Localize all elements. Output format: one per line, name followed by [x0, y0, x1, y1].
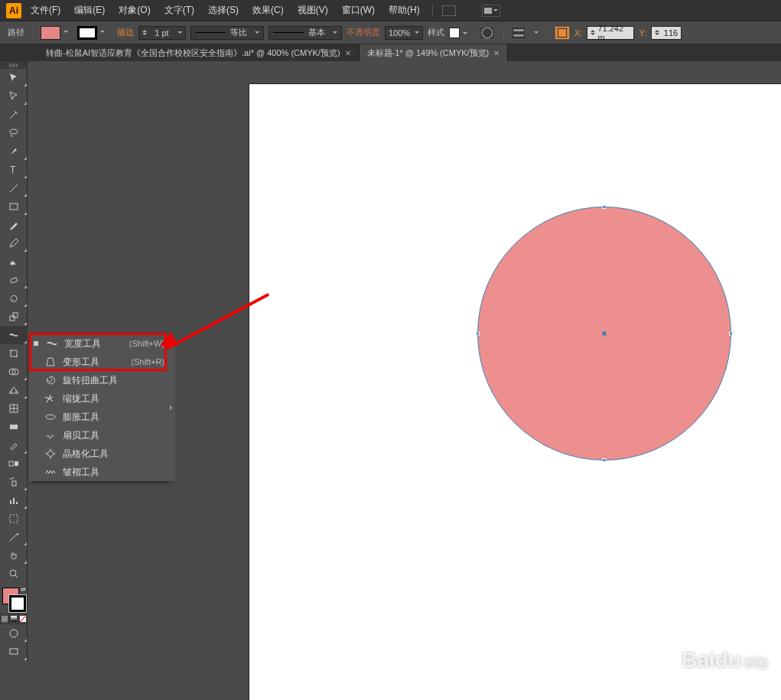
toolbox-grip[interactable] [0, 61, 27, 69]
tool-rotate[interactable] [0, 289, 28, 308]
separator [546, 27, 547, 39]
center-point-icon [603, 332, 607, 336]
svg-rect-32 [10, 649, 18, 654]
menu-edit[interactable]: 编辑(E) [70, 2, 109, 18]
tool-pencil[interactable] [0, 234, 28, 252]
menu-help[interactable]: 帮助(H) [384, 2, 425, 18]
flyout-label: 扇贝工具 [63, 429, 164, 442]
menu-window[interactable]: 窗口(W) [337, 2, 379, 18]
x-label: X: [574, 28, 582, 37]
flyout-item-width[interactable]: 宽度工具 (Shift+W) [29, 334, 169, 353]
stroke-color[interactable] [9, 595, 26, 612]
screen-mode[interactable] [0, 643, 28, 661]
tool-width[interactable] [0, 326, 28, 344]
tool-graph[interactable] [0, 491, 28, 510]
color-mode-solid[interactable] [0, 614, 9, 624]
stroke-label[interactable]: 描边 [117, 27, 134, 38]
doc-layout-icon[interactable] [442, 5, 456, 16]
doc-tab-1[interactable]: 转曲-松鼠AI智适应教育《全国合作校校区安全指南》.ai* @ 400% (CM… [38, 44, 360, 61]
anchor-point[interactable] [603, 205, 607, 209]
close-icon[interactable]: ✕ [493, 49, 500, 57]
stroke-swatch[interactable] [77, 26, 97, 40]
x-input[interactable]: 71.242 m [587, 26, 634, 40]
recolor-button[interactable] [480, 26, 495, 40]
menu-type[interactable]: 文字(T) [160, 2, 199, 18]
tool-shape-builder[interactable] [0, 363, 28, 381]
tool-blob-brush[interactable] [0, 252, 28, 271]
flyout-label: 旋转扭曲工具 [63, 374, 164, 387]
draw-mode[interactable] [0, 624, 28, 643]
svg-rect-27 [16, 502, 18, 504]
tool-artboard[interactable] [0, 510, 28, 528]
flyout-item-scallop[interactable]: 扇贝工具 [29, 426, 169, 444]
tool-blend[interactable] [0, 454, 28, 473]
watermark-baidu: Baidu经验 [678, 648, 769, 672]
tool-selection[interactable] [0, 69, 28, 87]
svg-rect-8 [11, 278, 18, 283]
anchor-point[interactable] [476, 332, 480, 336]
doc-tab-label: 转曲-松鼠AI智适应教育《全国合作校校区安全指南》.ai* @ 400% (CM… [46, 47, 340, 59]
tool-perspective[interactable] [0, 381, 28, 399]
artboard[interactable] [249, 84, 781, 700]
tool-free-transform[interactable] [0, 344, 28, 363]
menu-select[interactable]: 选择(S) [203, 2, 243, 18]
tool-gradient[interactable] [0, 418, 28, 436]
flyout-item-crystallize[interactable]: 晶格化工具 [29, 444, 169, 463]
tool-paintbrush[interactable] [0, 216, 28, 234]
swap-colors-icon[interactable]: ⇄ [21, 586, 26, 593]
tool-type[interactable]: T [0, 161, 28, 179]
selection-type-label: 路径 [8, 27, 24, 38]
align-button[interactable] [511, 26, 526, 40]
y-input[interactable]: 116 [651, 26, 682, 40]
tool-rectangle[interactable] [0, 197, 28, 216]
anchor-point[interactable] [603, 458, 607, 462]
anchor-point[interactable] [729, 332, 733, 336]
tool-mesh[interactable] [0, 399, 28, 418]
tool-line[interactable] [0, 179, 28, 197]
stroke-weight-input[interactable]: 1 pt [138, 26, 186, 40]
close-icon[interactable]: ✕ [345, 49, 351, 57]
doc-tab-2[interactable]: 未标题-1* @ 149% (CMYK/预览) ✕ [360, 44, 509, 61]
flyout-item-warp[interactable]: 变形工具 (Shift+R) [29, 353, 169, 371]
tool-eraser[interactable] [0, 271, 28, 289]
fill-stroke-picker[interactable]: ⇄ [0, 586, 28, 614]
style-label[interactable]: 样式 [428, 27, 444, 38]
svg-point-0 [482, 28, 493, 38]
transform-button[interactable] [555, 26, 570, 40]
crystallize-icon [44, 448, 57, 460]
opacity-input[interactable]: 100% [385, 26, 423, 40]
brush-dropdown[interactable]: 基本 [268, 26, 342, 40]
tool-hand[interactable] [0, 546, 28, 565]
menu-object[interactable]: 对象(O) [114, 2, 155, 18]
profile-dropdown[interactable]: 等比 [190, 26, 264, 40]
svg-rect-2 [513, 34, 524, 36]
menu-file[interactable]: 文件(F) [26, 2, 65, 18]
separator [32, 27, 33, 39]
menu-effect[interactable]: 效果(C) [248, 2, 288, 18]
svg-point-23 [10, 478, 11, 480]
tool-direct-selection[interactable] [0, 87, 28, 106]
tool-lasso[interactable] [0, 124, 28, 142]
tool-scale[interactable] [0, 308, 28, 326]
color-mode-none[interactable] [18, 614, 28, 624]
ellipse-shape[interactable] [477, 207, 731, 461]
tool-zoom[interactable] [0, 565, 28, 583]
workspace-dropdown[interactable] [482, 5, 500, 17]
menu-view[interactable]: 视图(V) [293, 2, 333, 18]
color-mode-gradient[interactable] [9, 614, 18, 624]
flyout-label: 皱褶工具 [63, 466, 164, 479]
fill-swatch[interactable] [41, 26, 60, 40]
flyout-item-wrinkle[interactable]: 皱褶工具 [29, 463, 169, 481]
flyout-item-pucker[interactable]: 缩拢工具 [29, 389, 169, 408]
width-icon [46, 337, 58, 350]
flyout-item-bloat[interactable]: 膨胀工具 [29, 408, 169, 426]
tool-magic-wand[interactable] [0, 106, 28, 124]
tool-slice[interactable] [0, 528, 28, 546]
style-swatch[interactable] [449, 28, 460, 38]
tool-eyedropper[interactable] [0, 436, 28, 454]
flyout-item-twirl[interactable]: 旋转扭曲工具 [29, 371, 169, 389]
tool-pen[interactable] [0, 142, 28, 161]
opacity-label[interactable]: 不透明度 [347, 27, 380, 38]
tool-symbol-sprayer[interactable] [0, 473, 28, 491]
flyout-tearoff[interactable] [169, 334, 175, 481]
